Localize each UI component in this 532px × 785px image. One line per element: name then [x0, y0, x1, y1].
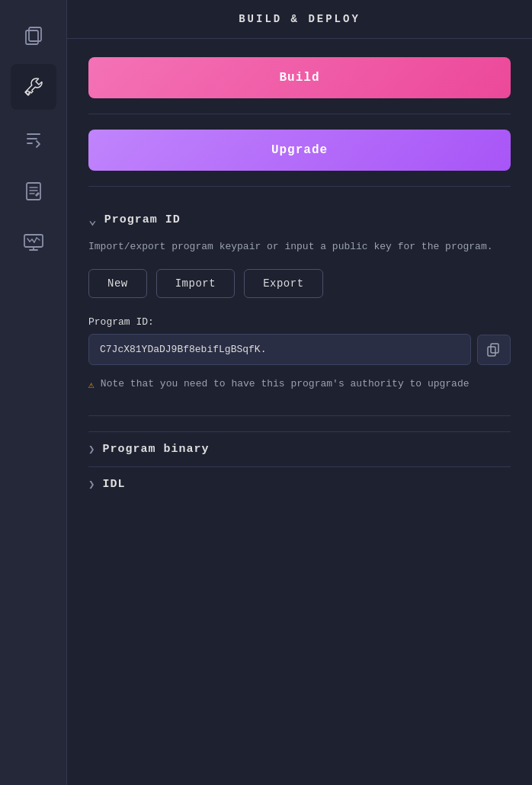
svg-rect-17: [488, 347, 495, 356]
program-binary-title: Program binary: [102, 443, 209, 456]
copy-program-id-button[interactable]: [477, 335, 511, 365]
sidebar: [0, 0, 67, 785]
sidebar-item-edit[interactable]: [11, 168, 56, 213]
content-area: Build Upgrade ⌄ Program ID Import/export…: [67, 39, 532, 520]
program-id-input-group: [88, 334, 511, 365]
divider-3: [88, 415, 511, 416]
sidebar-item-monitor[interactable]: [11, 219, 56, 265]
program-id-section-title: Program ID: [104, 213, 181, 226]
copy-icon: [487, 343, 501, 357]
svg-line-16: [37, 238, 40, 240]
divider-1: [88, 114, 511, 114]
warning-message: ⚠ Note that you need to have this progra…: [88, 376, 511, 394]
sidebar-item-tools[interactable]: [11, 64, 56, 110]
svg-rect-5: [27, 183, 40, 200]
svg-point-2: [26, 91, 29, 95]
chevron-right-idl-icon: ❯: [88, 478, 95, 491]
import-button[interactable]: Import: [156, 269, 235, 298]
main-content: BUILD & DEPLOY Build Upgrade ⌄ Program I…: [67, 0, 532, 785]
program-id-input[interactable]: [88, 334, 471, 365]
program-id-section: ⌄ Program ID Import/export program keypa…: [88, 208, 511, 400]
program-id-section-header[interactable]: ⌄ Program ID: [88, 208, 511, 231]
export-button[interactable]: Export: [244, 269, 322, 298]
program-id-description: Import/export program keypair or input a…: [88, 239, 511, 255]
divider-2: [88, 186, 511, 187]
chevron-right-binary-icon: ❯: [88, 443, 95, 456]
warning-text-content: Note that you need to have this program'…: [101, 376, 470, 392]
svg-line-15: [34, 238, 37, 242]
header: BUILD & DEPLOY: [67, 0, 532, 39]
program-binary-section[interactable]: ❯ Program binary: [88, 431, 511, 466]
idl-section[interactable]: ❯ IDL: [88, 466, 511, 501]
program-id-button-group: New Import Export: [88, 269, 511, 298]
new-button[interactable]: New: [88, 269, 147, 298]
idl-title: IDL: [102, 478, 125, 491]
svg-rect-0: [26, 30, 38, 44]
build-button[interactable]: Build: [88, 57, 511, 98]
upgrade-button[interactable]: Upgrade: [88, 130, 511, 171]
svg-rect-18: [491, 344, 498, 353]
page-title: BUILD & DEPLOY: [239, 13, 361, 25]
sidebar-item-test[interactable]: [11, 116, 56, 162]
chevron-down-icon: ⌄: [88, 211, 97, 228]
program-id-label: Program ID:: [88, 316, 511, 328]
svg-rect-1: [29, 27, 41, 41]
warning-icon: ⚠: [88, 377, 95, 394]
sidebar-item-copy[interactable]: [11, 12, 56, 58]
